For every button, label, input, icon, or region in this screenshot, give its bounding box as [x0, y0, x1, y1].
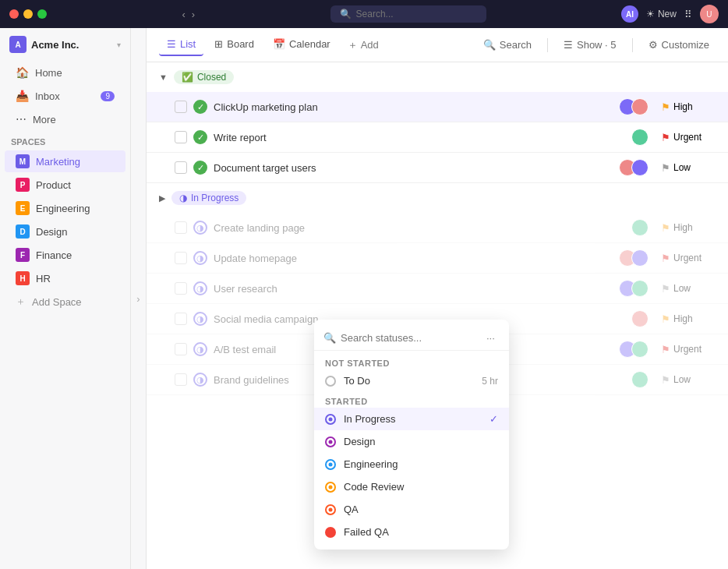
show-action[interactable]: ☰ Show · 5 [557, 36, 623, 54]
calendar-icon: 📅 [273, 38, 285, 50]
task-row[interactable]: ◑ User research ⚑ Low [147, 274, 728, 304]
task-status-closed-icon[interactable]: ✓ [193, 100, 207, 114]
inprogress-section-header[interactable]: ▶ ◑ In Progress [147, 183, 728, 213]
sidebar-item-product[interactable]: P Product [5, 174, 125, 196]
engineering-space-label: Engineering [36, 203, 90, 214]
tab-board[interactable]: ⊞ Board [207, 34, 262, 56]
new-icon: ☀ [646, 9, 655, 19]
task-status-inprogress-icon[interactable]: ◑ [193, 221, 207, 235]
add-space-button[interactable]: ＋ Add Space [5, 291, 125, 313]
inprogress-section-arrow: ▶ [159, 193, 165, 203]
task-checkbox[interactable] [175, 282, 187, 295]
status-option-design[interactable]: Design [314, 430, 509, 453]
show-icon: ☰ [564, 39, 573, 51]
workspace-header[interactable]: A Acme Inc. ▾ [0, 28, 130, 61]
task-checkbox[interactable] [175, 252, 187, 264]
status-dropdown[interactable]: 🔍 ··· NOT STARTED To Do 5 hr STARTED In … [314, 320, 509, 550]
global-search[interactable]: 🔍 [330, 5, 486, 23]
sidebar-item-more[interactable]: ⋯ More [5, 108, 125, 130]
close-window-button[interactable] [9, 9, 19, 19]
status-option-inprogress[interactable]: In Progress ✓ [314, 408, 509, 430]
task-avatars [619, 280, 648, 297]
priority-label: High [673, 313, 693, 324]
workspace-logo: A [9, 36, 27, 53]
task-row[interactable]: ✓ Write report ⚑ Urgent [147, 122, 728, 153]
task-priority: ⚑ Low [661, 162, 716, 174]
avatar [619, 249, 636, 267]
closed-section-badge: ✅ Closed [174, 70, 234, 84]
sidebar-item-hr[interactable]: H HR [5, 267, 125, 289]
add-view-button[interactable]: ＋ Add [341, 34, 385, 57]
tab-calendar[interactable]: 📅 Calendar [265, 34, 338, 56]
inprogress-status-dot [325, 414, 336, 425]
status-option-codereview[interactable]: Code Review [314, 475, 509, 498]
titlebar-nav: ‹ › [182, 9, 195, 20]
task-status-inprogress-icon[interactable]: ◑ [193, 312, 207, 326]
task-checkbox[interactable] [175, 101, 187, 113]
task-status-closed-icon[interactable]: ✓ [193, 130, 207, 144]
priority-label: Low [673, 283, 691, 294]
task-checkbox[interactable] [175, 221, 187, 234]
task-status-inprogress-icon[interactable]: ◑ [193, 251, 207, 265]
priority-label: Urgent [673, 132, 701, 143]
more-icon: ⋯ [16, 113, 27, 125]
gear-icon: ⚙ [648, 39, 658, 51]
avatar [631, 310, 648, 327]
task-name: Update homepage [214, 253, 619, 264]
task-status-inprogress-icon[interactable]: ◑ [193, 373, 207, 387]
tab-list[interactable]: ☰ List [159, 34, 203, 56]
avatar [631, 341, 648, 358]
closed-section-header[interactable]: ▼ ✅ Closed [147, 62, 728, 92]
failedqa-label: Failed QA [344, 526, 389, 538]
task-checkbox[interactable] [175, 161, 187, 174]
tab-calendar-label: Calendar [289, 38, 330, 50]
status-option-engineering[interactable]: Engineering [314, 453, 509, 475]
tab-board-label: Board [227, 38, 254, 50]
status-option-todo[interactable]: To Do 5 hr [314, 369, 509, 392]
forward-button[interactable]: › [192, 9, 195, 20]
qa-label: QA [344, 504, 359, 515]
sidebar-item-finance[interactable]: F Finance [5, 244, 125, 266]
task-checkbox[interactable] [175, 313, 187, 325]
task-checkbox[interactable] [175, 343, 187, 355]
search-action[interactable]: 🔍 Search [477, 36, 538, 54]
task-priority: ⚑ High [661, 222, 716, 234]
new-button[interactable]: ☀ New [646, 9, 677, 19]
task-row[interactable]: ⠿ ✓ ClickUp marketing plan ⚑ High [147, 92, 728, 122]
user-avatar[interactable]: U [700, 5, 719, 23]
task-status-inprogress-icon[interactable]: ◑ [193, 342, 207, 356]
minimize-window-button[interactable] [23, 9, 33, 19]
sidebar: A Acme Inc. ▾ 🏠 Home 📥 Inbox 9 ⋯ More Sp… [0, 28, 131, 569]
task-row[interactable]: ◑ Update homepage ⚑ Urgent [147, 243, 728, 274]
ai-badge[interactable]: AI [621, 5, 638, 23]
dropdown-more-button[interactable]: ··· [482, 330, 500, 345]
task-status-inprogress-icon[interactable]: ◑ [193, 281, 207, 295]
task-checkbox[interactable] [175, 131, 187, 143]
flag-icon: ⚑ [661, 374, 670, 386]
task-row[interactable]: ✓ Document target users ⚑ Low [147, 153, 728, 183]
sidebar-item-home[interactable]: 🏠 Home [5, 62, 125, 83]
status-option-qa[interactable]: QA [314, 498, 509, 521]
sidebar-item-design[interactable]: D Design [5, 221, 125, 242]
not-started-section-label: NOT STARTED [314, 354, 509, 369]
task-status-closed-icon[interactable]: ✓ [193, 161, 207, 175]
task-row[interactable]: ◑ Create landing page ⚑ High [147, 213, 728, 243]
priority-label: High [673, 101, 693, 112]
apps-icon[interactable]: ⠿ [684, 9, 692, 20]
workspace-title: Acme Inc. [31, 39, 79, 51]
sidebar-item-engineering[interactable]: E Engineering [5, 197, 125, 219]
status-search-input[interactable] [341, 332, 477, 344]
marketing-space-icon: M [16, 154, 30, 168]
failedqa-status-dot [325, 527, 336, 538]
sidebar-toggle[interactable]: › [131, 28, 147, 569]
avatar [619, 280, 636, 297]
global-search-input[interactable] [356, 9, 477, 19]
sidebar-item-inbox[interactable]: 📥 Inbox 9 [5, 85, 125, 107]
workspace-chevron-icon: ▾ [117, 41, 121, 49]
status-option-failedqa[interactable]: Failed QA [314, 521, 509, 543]
maximize-window-button[interactable] [37, 9, 47, 19]
back-button[interactable]: ‹ [182, 9, 185, 20]
sidebar-item-marketing[interactable]: M Marketing [5, 150, 125, 172]
customize-action[interactable]: ⚙ Customize [642, 36, 716, 54]
task-checkbox[interactable] [175, 373, 187, 386]
